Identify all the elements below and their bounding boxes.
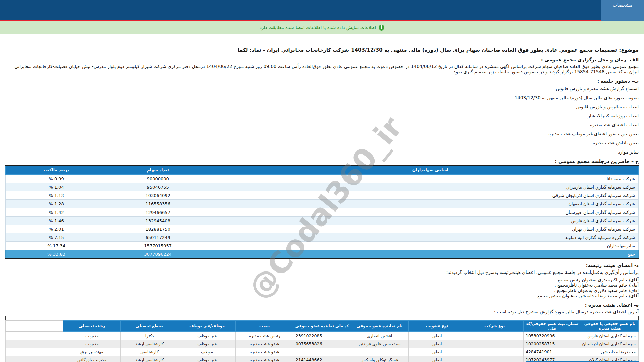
table-cell: شرکت سرمایه گذاري استان آذربایجان شرقی	[222, 191, 639, 200]
table-cell: % 1.46	[19, 217, 94, 225]
table-cell: کارشناسي ارشد	[121, 340, 178, 348]
section-c-title: ج – حاضرین درجلسه مجمع عمومی :	[5, 159, 639, 164]
agenda-item: تعیین پاداش هیئت مدیره	[5, 140, 639, 145]
agenda-item: تصویب صورت‌های مالی سال (دوره) مالی منته…	[5, 95, 639, 100]
table-cell: موظف	[178, 348, 236, 356]
table-cell: دکترا	[121, 332, 178, 340]
table-cell: اصلی	[408, 332, 466, 340]
table-row: شرکت سرمایه گذاري استان مازندران95046755…	[6, 183, 639, 191]
table-cell	[6, 183, 19, 191]
banner-text: اطلاعات نمایش داده شده با اطلاعات امضا ش…	[260, 25, 376, 30]
board-members-table: نام عضو حقیقی یا حقوقی هیئت مدیرهشمارة ث…	[5, 316, 639, 362]
table-cell: سایرسهامداران	[222, 242, 639, 250]
table-cell: % 2.01	[19, 225, 94, 233]
info-icon: i	[379, 25, 384, 31]
table-cell: % 1.04	[19, 183, 94, 191]
top-navigation-bar: مشخصات	[0, 0, 644, 20]
section-a-body: مجمع عمومی عادی بطور فوق العاده صاحبان س…	[5, 64, 639, 74]
table-row: محمدرضا خدابخشي4284741901اصلیعضو هیئت مد…	[6, 348, 639, 356]
table-cell: مدیریت	[63, 340, 121, 348]
section-a-title: الف- زمان و محل برگزاری مجمع عمومی :	[5, 57, 639, 62]
table-row: سرمایه گذاري استان فارس10530320996اصلیاف…	[6, 332, 639, 340]
table-cell: % 1.28	[19, 200, 94, 208]
table-cell: عسگر توکلي واسکس	[351, 356, 409, 362]
table-cell: عضو هیئت مدیره	[236, 340, 293, 348]
table-cell: غیر موظف	[178, 356, 236, 362]
column-header	[6, 165, 19, 175]
section-e-title: ه- اعضای هیئت مدیره :	[5, 302, 639, 308]
table-cell: 0075653826	[293, 340, 351, 348]
column-header: اسامی سهامداران	[222, 165, 639, 175]
table-cell: 650117249	[94, 233, 222, 242]
table-cell: 2391022085	[293, 332, 351, 340]
table-cell	[6, 242, 19, 250]
table-cell	[6, 250, 19, 259]
table-cell: 132945408	[94, 217, 222, 225]
signature-match-banner: i اطلاعات نمایش داده شده با اطلاعات امضا…	[0, 21, 644, 34]
table-row: شرکت بیمه دانا90000000% 0.99	[6, 175, 639, 183]
agenda-item: انتخاب حسابرس و بازرس قانونی	[5, 104, 639, 109]
document-body: موضوع: تصمیمات مجمع عمومي عادي بطور فوق …	[0, 47, 644, 362]
table-cell: % 1.13	[19, 191, 94, 200]
table-cell: 182881750	[94, 225, 222, 233]
agenda-item: استماع گزارش هیئت مدیره و بازرس قانونی	[5, 86, 639, 91]
column-header: نام نماینده عضو حقوقی	[351, 321, 409, 332]
column-header	[6, 321, 63, 332]
table-cell: % 1.42	[19, 208, 94, 217]
table-cell: عضو هیئت مدیره	[236, 356, 293, 362]
table-cell	[6, 191, 19, 200]
table-cell: مدیریت	[63, 332, 121, 340]
table-cell: اصلی	[408, 356, 466, 362]
table-cell: غیر موظف	[178, 332, 236, 340]
column-header: درصد مالکیت	[19, 165, 94, 175]
table-cell: % 0.99	[19, 175, 94, 183]
table-cell: شرکت سرمایه گذاري استان خوزستان	[222, 208, 639, 217]
table-row: شرکت گروه سرمایه گذاري آتیه دماوند650117…	[6, 233, 639, 242]
table-cell: 90000000	[94, 175, 222, 183]
table-cell: مهندسي برق	[63, 348, 121, 356]
agenda-item: تعیین حق حضور اعضای غیر موظف هیئت مدیره	[5, 131, 639, 136]
table-cell	[466, 340, 524, 348]
section-e-intro: آخرین اعضای هیئت مدیره درسال مالی مورد گ…	[5, 309, 639, 314]
presidium-member: آقای/ خانم سعید دلاوري به‌عنوان ناظرمجمع…	[5, 288, 639, 293]
table-cell: کارشناسي	[121, 348, 178, 356]
table-cell: 103064092	[94, 191, 222, 200]
table-cell: 4284741901	[523, 348, 581, 356]
table-cell	[466, 332, 524, 340]
table-row: سرمایه گذاري استان آذربایجان شرقي1020025…	[6, 340, 639, 348]
table-cell: 116558356	[94, 200, 222, 208]
table-cell	[6, 348, 63, 356]
table-row: شرکت سرمایه گذاري استان اصفهان116558356%…	[6, 200, 639, 208]
section-d-title: د- اعضای هیئت رئیسه:	[5, 263, 639, 268]
column-header: نوع عضویت	[408, 321, 466, 332]
table-cell: % 7.15	[19, 233, 94, 242]
table-cell: سرمایه گذاري استان آذربایجان شرقي	[581, 340, 639, 348]
table-row: شرکت سرمایه گذاري استان خوزستان129466657…	[6, 208, 639, 217]
next-table-header-partial	[526, 361, 639, 362]
table-header-row: نام عضو حقیقی یا حقوقی هیئت مدیرهشمارة ث…	[6, 321, 639, 332]
table-cell: شرکت سرمایه گذاري استان تهران	[222, 225, 639, 233]
tab-moshakhasat[interactable]: مشخصات	[601, 0, 644, 21]
table-cell: مدیریت بازرگاني	[63, 356, 121, 362]
table-cell	[6, 175, 19, 183]
table-cell: 95046755	[94, 183, 222, 191]
shareholders-table: اسامی سهامدارانتعداد سهامدرصد مالکیت شرک…	[5, 165, 639, 259]
table-cell: عضو هیئت مدیره	[236, 348, 293, 356]
table-cell: رئیس هیئت مدیره	[236, 332, 293, 340]
column-header: کد ملی نماینده عضو حقوقی	[293, 321, 351, 332]
table-row: سایرسهامداران1577015957% 17.34	[6, 242, 639, 250]
table-cell	[6, 208, 19, 217]
column-header: شمارة ثبت عضو حقوقی/کد ملی	[523, 321, 581, 332]
table-cell: اصلی	[408, 348, 466, 356]
table-cell: 1577015957	[94, 242, 222, 250]
agenda-item: انتخاب روزنامة کثیرالانتشار	[5, 113, 639, 118]
column-header: سمت	[236, 321, 293, 332]
presidium-list: آقای/ خانم اکبرحیدري به‌عنوان رئیس مجمع …	[5, 277, 639, 298]
table-cell: 2141448662	[293, 356, 351, 362]
column-header: موظف/غیر موظف	[178, 321, 236, 332]
table-cell	[6, 340, 63, 348]
agenda-list: استماع گزارش هیئت مدیره و بازرس قانونیتص…	[5, 86, 639, 154]
table-cell: شرکت سرمایه گذاري استان اصفهان	[222, 200, 639, 208]
table-cell	[6, 200, 19, 208]
column-header: نام عضو حقیقی یا حقوقی هیئت مدیره	[581, 321, 639, 332]
